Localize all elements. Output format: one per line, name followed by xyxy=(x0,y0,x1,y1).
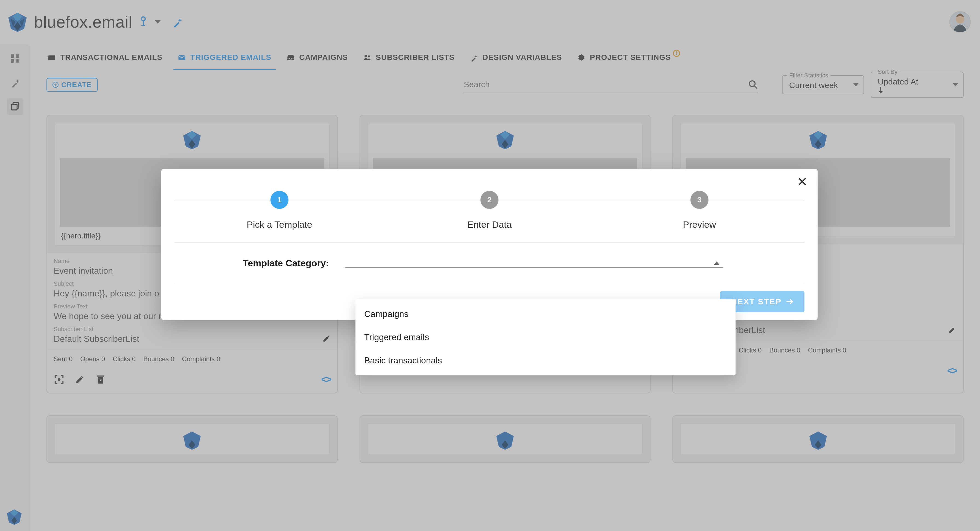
create-modal: 1Pick a Template 2Enter Data 3Preview Te… xyxy=(161,169,818,320)
step-3[interactable]: 3Preview xyxy=(595,191,805,230)
dropdown-option-triggered[interactable]: Triggered emails xyxy=(355,326,735,349)
step-3-label: Preview xyxy=(595,219,805,230)
template-category-label: Template Category: xyxy=(243,258,329,269)
dropdown-option-campaigns[interactable]: Campaigns xyxy=(355,302,735,326)
step-1[interactable]: 1Pick a Template xyxy=(175,191,385,230)
svg-marker-63 xyxy=(714,261,719,265)
step-2[interactable]: 2Enter Data xyxy=(385,191,595,230)
arrow-right-icon xyxy=(786,298,794,305)
template-category-select[interactable] xyxy=(345,259,723,268)
template-category-dropdown: Campaigns Triggered emails Basic transac… xyxy=(355,299,735,375)
caret-up-icon xyxy=(714,261,719,265)
dropdown-option-basic-transactionals[interactable]: Basic transactionals xyxy=(355,349,735,372)
stepper: 1Pick a Template 2Enter Data 3Preview xyxy=(175,191,805,230)
step-1-label: Pick a Template xyxy=(175,219,385,230)
step-2-label: Enter Data xyxy=(385,219,595,230)
close-icon[interactable] xyxy=(797,176,807,186)
